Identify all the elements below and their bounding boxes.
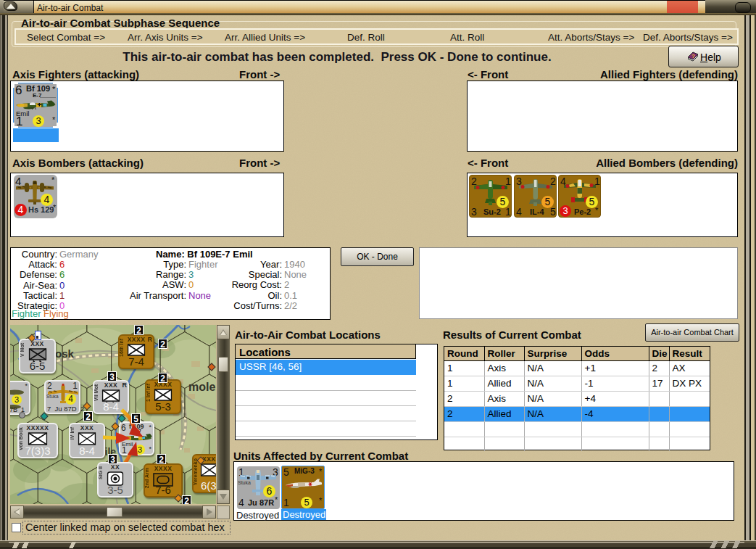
svg-text:?: ? [691,53,695,59]
svg-text:molens: molens [188,381,216,393]
svg-text:osk: osk [55,347,75,360]
